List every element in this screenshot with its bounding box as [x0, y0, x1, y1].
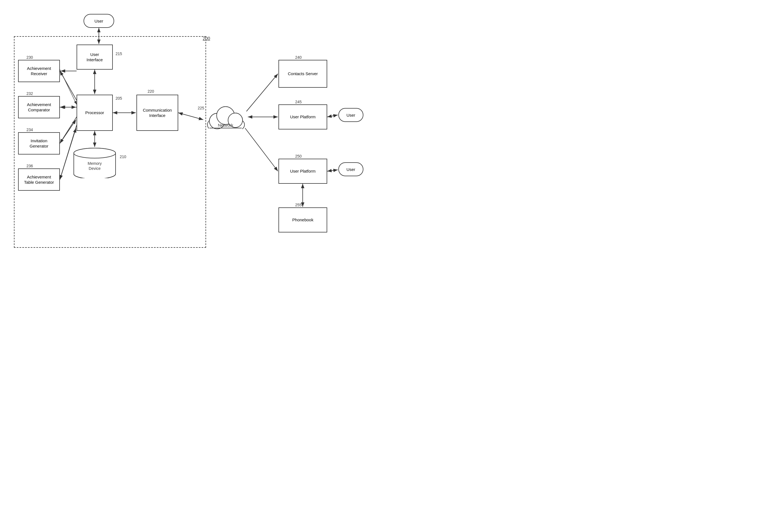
- achievement-table-generator-label: AchievementTable Generator: [24, 174, 54, 185]
- contacts-server-box: Contacts Server: [278, 60, 327, 88]
- label-232: 232: [26, 91, 33, 96]
- user-platform-250-box: User Platform: [278, 159, 327, 184]
- label-255: 255: [295, 203, 302, 207]
- svg-line-38: [245, 128, 278, 171]
- communication-interface-box: CommunicationInterface: [136, 95, 178, 131]
- user-245-box: User: [338, 108, 363, 122]
- label-205: 205: [116, 96, 122, 100]
- phonebook-box: Phonebook: [278, 207, 327, 232]
- phonebook-label: Phonebook: [292, 217, 314, 223]
- svg-line-40: [327, 170, 338, 171]
- label-200: 200: [203, 36, 210, 41]
- label-230: 230: [26, 55, 33, 60]
- label-215: 215: [116, 52, 122, 56]
- user-top-label: User: [94, 19, 103, 23]
- user-250-box: User: [338, 162, 363, 176]
- svg-point-4: [74, 148, 116, 158]
- label-245: 245: [295, 100, 302, 104]
- svg-text:Memory: Memory: [88, 161, 102, 166]
- label-250: 250: [295, 154, 302, 158]
- user-platform-245-box: User Platform: [278, 104, 327, 129]
- label-236: 236: [26, 164, 33, 168]
- user-interface-box: UserInterface: [77, 45, 113, 70]
- label-225: 225: [198, 106, 204, 110]
- processor-label: Processor: [85, 110, 104, 116]
- achievement-comparator-box: AchievementComparator: [18, 96, 60, 118]
- label-210: 210: [120, 155, 126, 159]
- user-top-box: User: [84, 14, 114, 28]
- communication-interface-label: CommunicationInterface: [143, 107, 172, 118]
- processor-box: Processor: [77, 95, 113, 131]
- user-interface-label: UserInterface: [87, 52, 103, 63]
- svg-line-36: [246, 74, 278, 111]
- user-platform-245-label: User Platform: [290, 114, 316, 120]
- user-245-label: User: [346, 113, 355, 117]
- svg-line-39: [327, 115, 338, 117]
- achievement-comparator-label: AchievementComparator: [27, 102, 51, 113]
- achievement-receiver-box: AchievementReceiver: [18, 60, 60, 82]
- label-220: 220: [148, 89, 154, 94]
- contacts-server-label: Contacts Server: [288, 71, 318, 77]
- memory-device: Memory Device: [72, 148, 117, 178]
- label-234: 234: [26, 128, 33, 132]
- invitation-generator-label: InvitationGenerator: [30, 138, 48, 149]
- invitation-generator-box: InvitationGenerator: [18, 132, 60, 155]
- achievement-receiver-label: AchievementReceiver: [27, 66, 51, 77]
- network-cloud: Network: [203, 100, 248, 136]
- svg-text:Device: Device: [89, 166, 101, 171]
- user-250-label: User: [346, 167, 355, 172]
- achievement-table-generator-box: AchievementTable Generator: [18, 168, 60, 191]
- label-240: 240: [295, 55, 302, 60]
- user-platform-250-label: User Platform: [290, 168, 316, 174]
- svg-text:Network: Network: [218, 123, 233, 128]
- diagram: 200 User UserInterface 215 Processor 205…: [0, 0, 384, 266]
